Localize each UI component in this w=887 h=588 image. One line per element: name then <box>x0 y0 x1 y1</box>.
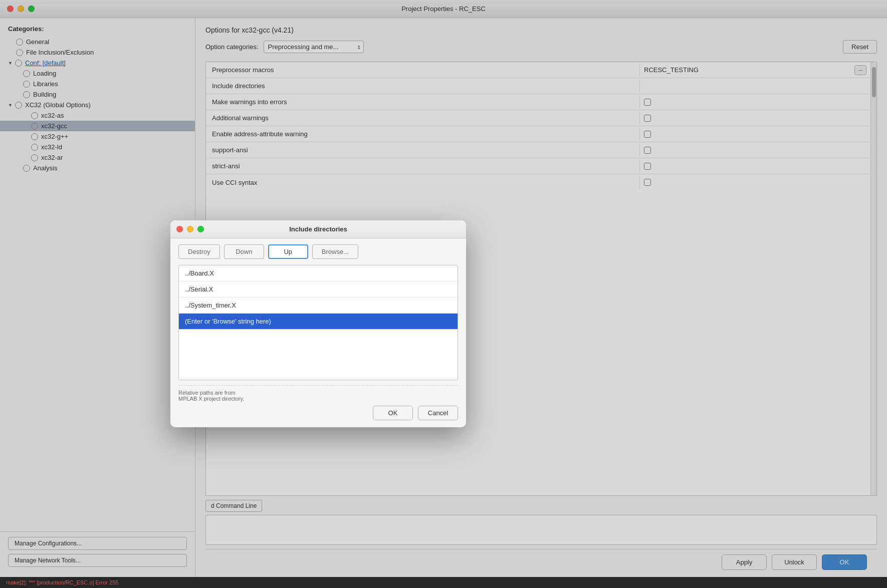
modal-ok-cancel: OK Cancel <box>170 402 466 427</box>
modal-overlay[interactable]: Include directories Destroy Down Up Brow… <box>0 0 887 588</box>
modal-title-bar: Include directories <box>170 220 466 238</box>
modal-footer: Relative paths are from MPLAB X project … <box>170 380 466 402</box>
modal-footer-text: Relative paths are from MPLAB X project … <box>178 385 458 402</box>
modal-title: Include directories <box>289 225 347 233</box>
modal-list: ../Board.X ../Serial.X ../System_timer.X… <box>178 265 458 380</box>
modal-cancel-button[interactable]: Cancel <box>418 406 458 420</box>
modal-toolbar: Destroy Down Up Browse... <box>170 238 466 265</box>
browse-button[interactable]: Browse... <box>312 244 358 259</box>
modal-ok-button[interactable]: OK <box>373 406 413 420</box>
destroy-button[interactable]: Destroy <box>178 244 220 259</box>
list-item[interactable]: ../System_timer.X <box>179 298 458 314</box>
list-item[interactable]: ../Board.X <box>179 265 458 281</box>
modal-minimize-button[interactable] <box>187 226 193 232</box>
modal-dialog: Include directories Destroy Down Up Brow… <box>170 220 466 427</box>
modal-traffic-lights <box>176 226 204 232</box>
list-spacer <box>179 330 458 380</box>
list-item-selected[interactable]: (Enter or 'Browse' string here) <box>179 314 458 330</box>
down-button[interactable]: Down <box>224 244 264 259</box>
up-button[interactable]: Up <box>268 244 308 259</box>
list-item[interactable]: ../Serial.X <box>179 281 458 298</box>
modal-close-button[interactable] <box>176 226 183 232</box>
modal-maximize-button[interactable] <box>197 226 204 232</box>
